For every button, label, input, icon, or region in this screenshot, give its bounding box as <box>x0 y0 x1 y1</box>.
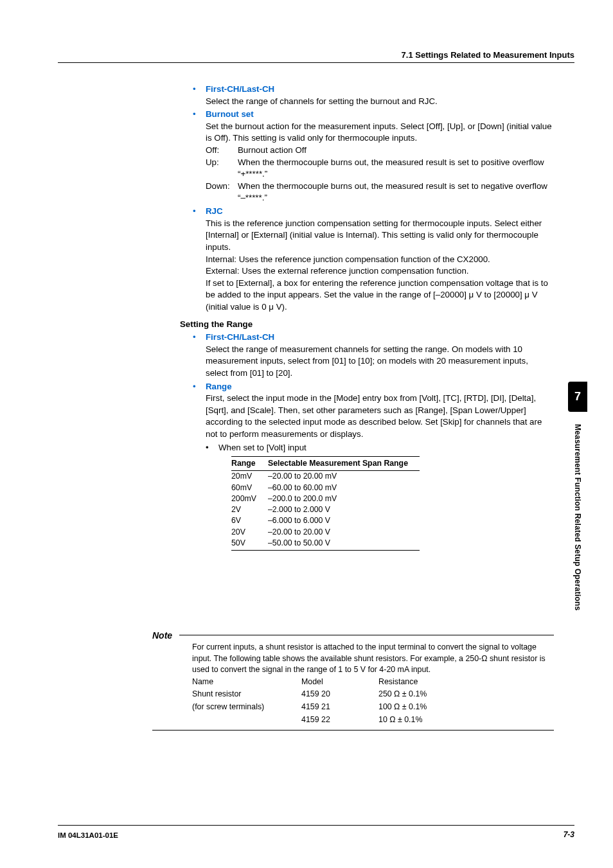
def-desc: Burnout action Off <box>238 145 553 157</box>
body-text: If set to [External], a box for entering… <box>206 278 553 314</box>
table-row: 60mV–60.00 to 60.00 mV <box>231 483 420 493</box>
body-text: Select the range of measurement channels… <box>206 344 553 380</box>
def-term: Off: <box>206 145 238 157</box>
bullet-icon: • <box>206 442 218 454</box>
note-text: For current inputs, a shunt resistor is … <box>192 642 554 676</box>
footer-page-num: 7-3 <box>564 830 574 839</box>
table-row: NameModelResistance <box>192 676 468 689</box>
header-rule <box>58 62 574 63</box>
note-rule <box>179 635 554 635</box>
body-text: Set the burnout action for the measureme… <box>206 121 553 145</box>
table-row: 200mV–200.0 to 200.0 mV <box>231 493 420 504</box>
range-table: Range Selectable Measurement Span Range … <box>231 456 420 551</box>
heading-first-last-ch-2: First-CH/Last-CH <box>206 332 274 342</box>
def-term: Down: <box>206 181 238 204</box>
note-rule <box>152 730 554 731</box>
body-text: Internal: Uses the reference junction co… <box>206 254 553 266</box>
body-text: External: Uses the external reference ju… <box>206 265 553 278</box>
def-desc: When the thermocouple burns out, the mea… <box>238 157 553 181</box>
heading-first-last-ch: First-CH/Last-CH <box>206 84 274 94</box>
footer-rule <box>58 825 574 826</box>
table-row: 4159 2210 Ω ± 0.1% <box>192 714 468 727</box>
bullet-icon: • <box>193 109 206 204</box>
header-section-title: 7.1 Settings Related to Measurement Inpu… <box>402 50 574 60</box>
heading-burnout-set: Burnout set <box>206 109 254 119</box>
def-desc: When the thermocouple burns out, the mea… <box>238 181 553 204</box>
note-heading: Note <box>152 630 172 641</box>
bullet-icon: • <box>193 332 206 379</box>
table-row: 20V–20.00 to 20.00 V <box>231 527 420 538</box>
shunt-table: NameModelResistance Shunt resistor4159 2… <box>192 676 468 726</box>
footer-doc-id: IM 04L31A01-01E <box>58 831 118 839</box>
table-row: 2V–2.000 to 2.000 V <box>231 504 420 515</box>
table-row: Shunt resistor4159 20250 Ω ± 0.1% <box>192 688 468 701</box>
bullet-icon: • <box>193 206 206 313</box>
table-row: 20mV–20.00 to 20.00 mV <box>231 471 420 483</box>
chapter-side-title: Measurement Function Related Setup Opera… <box>573 424 582 610</box>
body-text: When set to [Volt] input <box>218 442 306 454</box>
def-term: Up: <box>206 157 238 181</box>
table-row: 50V–50.00 to 50.00 V <box>231 538 420 551</box>
table-row: 6V–6.000 to 6.000 V <box>231 515 420 526</box>
bullet-icon: • <box>193 381 206 551</box>
table-header: Selectable Measurement Span Range <box>268 457 420 471</box>
heading-range: Range <box>206 382 232 391</box>
body-text: First, select the input mode in the [Mod… <box>206 393 553 440</box>
body-text: Select the range of channels for setting… <box>206 96 438 108</box>
heading-setting-range: Setting the Range <box>180 319 553 331</box>
heading-rjc: RJC <box>206 206 223 216</box>
bullet-icon: • <box>193 84 206 107</box>
body-text: This is the reference junction compensat… <box>206 218 553 254</box>
table-row: (for screw terminals)4159 21100 Ω ± 0.1% <box>192 701 468 714</box>
chapter-tab: 7 <box>568 382 587 412</box>
table-header: Range <box>231 457 268 471</box>
